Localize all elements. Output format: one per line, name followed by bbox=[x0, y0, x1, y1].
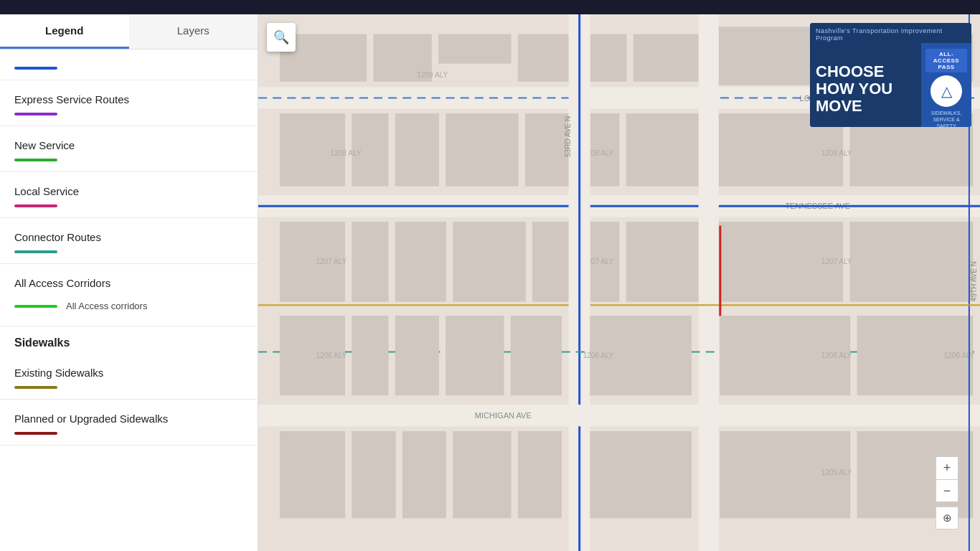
svg-rect-28 bbox=[395, 222, 446, 301]
legend-item-top-partial bbox=[0, 50, 258, 80]
legend-line-blue bbox=[14, 67, 57, 70]
local-service-title: Local Service bbox=[14, 185, 243, 197]
legend-section: Express Service Routes New Service Local… bbox=[0, 50, 258, 446]
svg-text:49TH AVE N: 49TH AVE N bbox=[970, 261, 978, 301]
legend-line-darkred bbox=[14, 432, 57, 435]
sidewalks-section-header: Sidewalks bbox=[0, 326, 258, 354]
top-bar bbox=[0, 0, 980, 14]
svg-rect-15 bbox=[446, 114, 519, 187]
legend-item-connector-routes: Connector Routes bbox=[0, 218, 258, 264]
left-panel: Legend Layers Express Service Routes bbox=[0, 14, 258, 551]
svg-rect-3 bbox=[439, 34, 512, 63]
promo-badge-logo: ALL-ACCESS PASS bbox=[925, 49, 967, 72]
search-icon: 🔍 bbox=[273, 29, 289, 45]
svg-text:1207 ALY: 1207 ALY bbox=[821, 258, 852, 265]
all-access-corridors-label: All Access corridors bbox=[66, 301, 147, 311]
legend-line-green bbox=[14, 159, 57, 161]
svg-rect-59 bbox=[453, 431, 511, 518]
svg-rect-40 bbox=[699, 14, 719, 551]
svg-rect-56 bbox=[280, 431, 345, 518]
svg-rect-54 bbox=[258, 405, 980, 426]
new-service-title: New Service bbox=[14, 139, 243, 151]
legend-item-new-service: New Service bbox=[0, 126, 258, 172]
svg-text:1205 ALY: 1205 ALY bbox=[821, 468, 852, 476]
svg-rect-43 bbox=[352, 316, 388, 395]
legend-line-pink bbox=[14, 204, 57, 207]
promo-badge-icon: △ bbox=[930, 75, 962, 107]
main-content: Legend Layers Express Service Routes bbox=[0, 14, 980, 551]
promo-top-label: Nashville's Transportation Improvement P… bbox=[810, 23, 971, 43]
svg-text:53RD AVE N: 53RD AVE N bbox=[564, 116, 572, 157]
all-access-corridors-title: All Access Corridors bbox=[14, 277, 243, 289]
zoom-in-button[interactable]: + bbox=[936, 456, 958, 479]
promo-text-block: CHOOSE HOW YOU MOVE bbox=[810, 43, 921, 127]
svg-rect-33 bbox=[850, 222, 973, 301]
svg-text:1208 ALY: 1208 ALY bbox=[821, 149, 852, 157]
svg-text:1207 ALY: 1207 ALY bbox=[316, 258, 347, 265]
svg-rect-29 bbox=[453, 222, 526, 301]
legend-line-olive bbox=[14, 386, 57, 389]
svg-rect-14 bbox=[395, 114, 438, 187]
legend-sub-line-green-bright bbox=[14, 305, 57, 308]
svg-text:1209 ALY: 1209 ALY bbox=[417, 71, 448, 79]
search-button[interactable]: 🔍 bbox=[267, 23, 296, 52]
express-service-routes-title: Express Service Routes bbox=[14, 93, 243, 105]
legend-item-planned-sidewalks: Planned or Upgraded Sidewalks bbox=[0, 400, 258, 446]
svg-rect-60 bbox=[518, 431, 561, 518]
planned-sidewalks-title: Planned or Upgraded Sidewalks bbox=[14, 413, 243, 425]
svg-text:1206 ALY: 1206 ALY bbox=[316, 352, 347, 359]
svg-rect-27 bbox=[352, 222, 388, 301]
svg-rect-61 bbox=[590, 431, 692, 518]
promo-badge-text: SIDEWALKS, SERVICE & SAFETY bbox=[924, 110, 969, 127]
svg-rect-45 bbox=[446, 316, 504, 395]
svg-text:1206 ALY: 1206 ALY bbox=[583, 352, 614, 359]
app-container: Legend Layers Express Service Routes bbox=[0, 0, 980, 551]
svg-rect-31 bbox=[626, 222, 706, 301]
legend-item-all-access-corridors: All Access Corridors All Access corridor… bbox=[0, 264, 258, 326]
svg-text:1206 ALY: 1206 ALY bbox=[944, 352, 975, 359]
tab-layers[interactable]: Layers bbox=[129, 14, 258, 49]
svg-rect-58 bbox=[402, 431, 446, 518]
legend-item-express-service-routes: Express Service Routes bbox=[0, 80, 258, 126]
tab-legend[interactable]: Legend bbox=[0, 14, 129, 49]
promo-main: CHOOSE HOW YOU MOVE ALL-ACCESS PASS △ SI… bbox=[810, 43, 971, 127]
legend-item-local-service: Local Service bbox=[0, 172, 258, 218]
promo-card: Nashville's Transportation Improvement P… bbox=[810, 23, 971, 127]
tabs-bar: Legend Layers bbox=[0, 14, 258, 50]
legend-line-teal bbox=[14, 250, 57, 253]
svg-text:1206 ALY: 1206 ALY bbox=[821, 352, 852, 359]
map-area[interactable]: LOUISIANA AVE 1208 ALY 1208 ALY 1208 ALY bbox=[258, 14, 980, 551]
connector-routes-title: Connector Routes bbox=[14, 231, 243, 243]
svg-rect-17 bbox=[626, 114, 699, 187]
locate-button[interactable]: ⊕ bbox=[936, 507, 958, 529]
svg-text:MICHIGAN AVE: MICHIGAN AVE bbox=[475, 411, 532, 420]
svg-rect-46 bbox=[511, 316, 561, 395]
legend-line-purple bbox=[14, 113, 57, 116]
svg-rect-5 bbox=[633, 34, 699, 81]
all-access-sub-item: All Access corridors bbox=[14, 296, 243, 316]
svg-rect-44 bbox=[395, 316, 438, 395]
svg-text:1208 ALY: 1208 ALY bbox=[331, 149, 362, 157]
legend-item-existing-sidewalks: Existing Sidewalks bbox=[0, 354, 258, 400]
existing-sidewalks-title: Existing Sidewalks bbox=[14, 367, 243, 379]
svg-rect-57 bbox=[352, 431, 395, 518]
map-controls: + − ⊕ bbox=[936, 456, 958, 529]
promo-badge: ALL-ACCESS PASS △ SIDEWALKS, SERVICE & S… bbox=[921, 43, 971, 127]
zoom-out-button[interactable]: − bbox=[936, 479, 958, 502]
promo-headline: CHOOSE HOW YOU MOVE bbox=[816, 63, 915, 116]
